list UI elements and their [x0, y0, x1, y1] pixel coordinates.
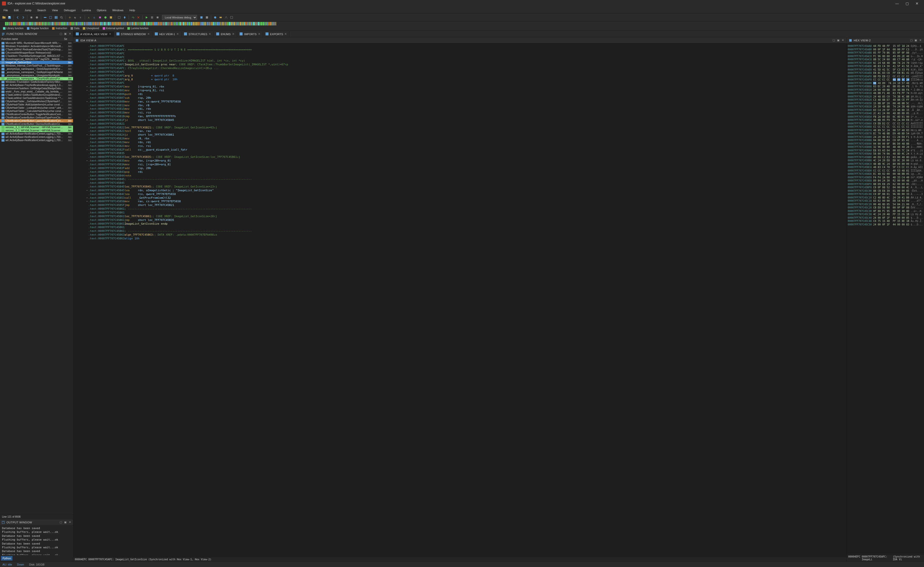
menu-debugger[interactable]: Debugger [62, 8, 78, 13]
hex-row[interactable]: 00007FF707C45BD8 EC 40 02 00 00 48 8B 05… [848, 172, 923, 176]
menu-view[interactable]: View [50, 8, 60, 13]
function-row[interactable]: _anonymous_namespace_::UnregisterWpnAppl… [0, 74, 73, 77]
hex-row[interactable]: 00007FF707C45AF0 8B FD EB C2 CC CC CC CC… [848, 75, 923, 78]
hex-row[interactable]: 00007FF707C45B68 CC CC CC CC CC CC CC CC… [848, 125, 923, 129]
function-row[interactable]: CByteHashTable::_LookupEntry(uchar const… [0, 106, 73, 110]
disasm-line[interactable]: .text:00007FF707C45B15 mov rdi, rdx [73, 107, 846, 111]
minimize-button[interactable]: — [892, 0, 902, 6]
panel-min-icon[interactable]: ▢ [832, 39, 836, 42]
hex-row[interactable]: 00007FF707C45BC8 48 83 C4 70 5F C3 CC CC… [848, 165, 923, 169]
disasm-line[interactable]: .text:00007FF707C45B3F add rsp, 20h [73, 166, 846, 170]
tab-close-icon[interactable]: ✕ [285, 32, 287, 36]
disasm-line[interactable]: •.text:00007FF707C45B2F call cs:__guard_… [73, 148, 846, 152]
maximize-button[interactable]: ▢ [902, 0, 912, 6]
function-row[interactable]: ImageList_GetIconSize.tex [0, 61, 73, 64]
function-row[interactable]: CTaskListWnd::RedrawExtendedTask(ITaskGr… [0, 48, 73, 51]
hex-row[interactable]: 00007FF707C45BF8 C0 0F 88 52 04 00 00 4C… [848, 186, 923, 189]
hex-row[interactable]: 00007FF707C45B20 24 48 85 C0 74 3B 4C 8B… [848, 95, 923, 99]
panel-close-icon[interactable]: ✕ [68, 32, 72, 36]
panel-max-icon[interactable]: ▣ [914, 39, 918, 42]
hex-row[interactable]: 00007FF707C45B70 48 89 5C 24 08 57 48 83… [848, 129, 923, 132]
hex-row[interactable]: 00007FF707C45BE8 89 84 24 30 02 00 00 48… [848, 179, 923, 183]
disasm-line[interactable]: .text:00007FF707C45B21 loc_7FF707C45B21:… [73, 126, 846, 130]
menu-help[interactable]: Help [127, 8, 138, 13]
disasm-line[interactable]: •.text:00007FF707C45B53 call _GetProcFro… [73, 196, 846, 200]
function-row[interactable]: CTaskItem::ThumbBarSetImageList(_IMAGELI… [0, 54, 73, 58]
functions-col-header[interactable]: Function name Se [0, 37, 73, 41]
hex-row[interactable]: 00007FF707C45B78 EC 70 48 8B D9 48 8D 54… [848, 132, 923, 135]
disasm-line[interactable]: .text:00007FF707C45B45 [73, 181, 846, 185]
disasm-line[interactable]: .text:00007FF707C45B63 align 10h [73, 237, 846, 241]
menu-file[interactable]: File [1, 8, 10, 13]
hex-row[interactable]: 00007FF707C45C28 CB E8 56 00 00 0F 0F 88… [848, 206, 923, 210]
function-row[interactable]: CTaskListWnd::GetTaskAtIndex(int,ITaskGr… [0, 96, 73, 100]
disasm-line[interactable]: .text:00007FF707C45AFC [73, 81, 846, 85]
stop-icon[interactable] [155, 15, 160, 20]
disasm-line[interactable]: .text:00007FF707C45B21 [73, 122, 846, 126]
function-row[interactable]: wil::ActivityBase<TrayNotificationAreaLo… [0, 84, 73, 87]
function-row[interactable]: xercesc_3_1::WFXMLScanner::~WFXMLScanner… [0, 126, 73, 129]
disasm-line[interactable]: .text:00007FF707C45AFC ; ===============… [73, 48, 846, 52]
menu-options[interactable]: Options [94, 8, 109, 13]
tool-icon[interactable] [68, 15, 72, 20]
hex-row[interactable]: 00007FF707C45B50 FB 2A 00 E8 0C 0D 01 00… [848, 115, 923, 118]
disasm-line[interactable]: .text:00007FF707C45B61 ; ---------------… [73, 230, 846, 233]
tool-icon[interactable]: A [87, 15, 92, 20]
tool-icon[interactable]: S [92, 15, 97, 20]
hex-row[interactable]: 00007FF707C45B88 04 00 00 84 C0 0F 85 A1… [848, 139, 923, 142]
tool-close-icon[interactable] [136, 15, 141, 20]
hex-row[interactable]: 00007FF707C45C00 8B CB E8 39 01 00 00 85… [848, 189, 923, 193]
tool-icon[interactable] [224, 15, 229, 20]
open-icon[interactable] [2, 15, 6, 20]
function-row[interactable]: _anonymous_namespace_::GetAppImageFileNa… [0, 70, 73, 74]
hex-row[interactable]: 00007FF707C45B90 04 00 00 0F B6 D0 48 8B… [848, 142, 923, 146]
hex-row[interactable]: 00007FF707C45BF0 8B D9 E8 29 02 00 00 85… [848, 183, 923, 186]
hex-row[interactable]: 00007FF707C45AC0 FC 96 0D 00 49 89 2E 48… [848, 55, 923, 58]
disasm-line[interactable]: .text:00007FF707C45AFC arg_0 = qword ptr… [73, 74, 846, 78]
disasm-line[interactable]: .text:00007FF707C45AFC [73, 70, 846, 74]
function-row[interactable]: CloneImageList(_IMAGELIST *,tagSIZE,_IMA… [0, 58, 73, 61]
function-row[interactable]: Windows::Foundation::GetActivationFactor… [0, 80, 73, 84]
disasm-line[interactable]: .text:00007FF707C45B44 retn [73, 174, 846, 178]
panel-max-icon[interactable]: ▣ [64, 520, 67, 524]
close-button[interactable]: ✕ [912, 0, 922, 6]
hex-row[interactable]: 00007FF707C45C18 83 02 00 00 E8 54 93 09… [848, 199, 923, 203]
forward-icon[interactable] [21, 15, 26, 20]
hex-row[interactable]: 00007FF707C45BA8 58 00 74 0A 48 8D 4C 24… [848, 152, 923, 156]
hex-row[interactable]: 00007FF707C45C30 0F 88 FC 95 0D 00 48 8D… [848, 210, 923, 213]
navigation-band[interactable] [0, 21, 924, 26]
function-row[interactable]: CAccessibleWrapperBase::Release(void).te… [0, 51, 73, 54]
panel-max-icon[interactable]: ▣ [837, 39, 840, 42]
function-row[interactable]: xercesc_3_1::WFXMLScanner::~WFXMLScanner… [0, 129, 73, 132]
hex-row[interactable]: 00007FF707C45BE0 F4 F4 2A 00 48 33 C4 48… [848, 176, 923, 179]
menu-windows[interactable]: Windows [110, 8, 126, 13]
hex-row[interactable]: 00007FF707C45C08 C0 0F 88 01 96 0D 00 33… [848, 192, 923, 196]
function-row[interactable]: Microsoft::WRL::RuntimeClass<Microsoft::… [0, 41, 73, 45]
disasm-line[interactable]: .text:00007FF707C45B61 [73, 226, 846, 230]
disasm-line[interactable]: .text:00007FF707C45B12 mov rbx, r8 [73, 104, 846, 108]
disasm-line[interactable]: .text:00007FF707C45AFC ; CTrayIconImagel… [73, 67, 846, 70]
hex-row[interactable]: 00007FF707C45B80 24 20 48 83 C1 28 E8 F1… [848, 135, 923, 139]
function-row[interactable]: wil::ActivityBase<NotificationCenterLogg… [0, 139, 73, 142]
tab-strings[interactable]: STRINGS WINDOW✕ [114, 32, 152, 37]
disasm-line[interactable]: •.text:00007FF707C45B35 mov rbx, [rsp+28… [73, 159, 846, 163]
hex-body[interactable]: 00007FF707C45AA8 44 FD 48 FF 15 07 18 24… [847, 44, 924, 554]
disasm-line[interactable]: .text:00007FF707C45B35 loc_7FF707C45B35:… [73, 155, 846, 159]
panel-min-icon[interactable]: ▢ [59, 520, 63, 524]
run-icon[interactable] [144, 15, 149, 20]
hex-row[interactable]: 00007FF707C45B08 83 EC 20 48 8B 05 46 FB… [848, 85, 923, 88]
tool-icon[interactable] [229, 15, 234, 20]
hex-row[interactable]: 00007FF707C45AE0 41 5D 41 5C 5F C3 33 F6… [848, 68, 923, 72]
tab-close-icon[interactable]: ✕ [147, 32, 150, 36]
tab-close-icon[interactable]: ✕ [258, 32, 260, 36]
disasm-line[interactable]: .text:00007FF707C45AFC [73, 52, 846, 56]
menu-lumina[interactable]: Lumina [79, 8, 93, 13]
hex-row[interactable]: 00007FF707C45BC0 48 8B 9C 24 80 00 00 00… [848, 162, 923, 166]
hex-row[interactable]: 00007FF707C45BB0 40 E8 C2 E3 03 00 48 8D… [848, 156, 923, 159]
disasm-line[interactable]: .text:00007FF707C45B43 pop rdi [73, 170, 846, 174]
disasm-line[interactable]: .text:00007FF707C45B45 ; ---------------… [73, 177, 846, 181]
panel-close-icon[interactable]: ✕ [841, 39, 844, 42]
function-row[interactable]: CNotificationCenterButton::ToggleNotific… [0, 113, 73, 116]
tool-icon[interactable] [108, 15, 114, 20]
hex-row[interactable]: 00007FF707C45C38 4C 24 20 48 FF 15 C6 1B… [848, 213, 923, 216]
